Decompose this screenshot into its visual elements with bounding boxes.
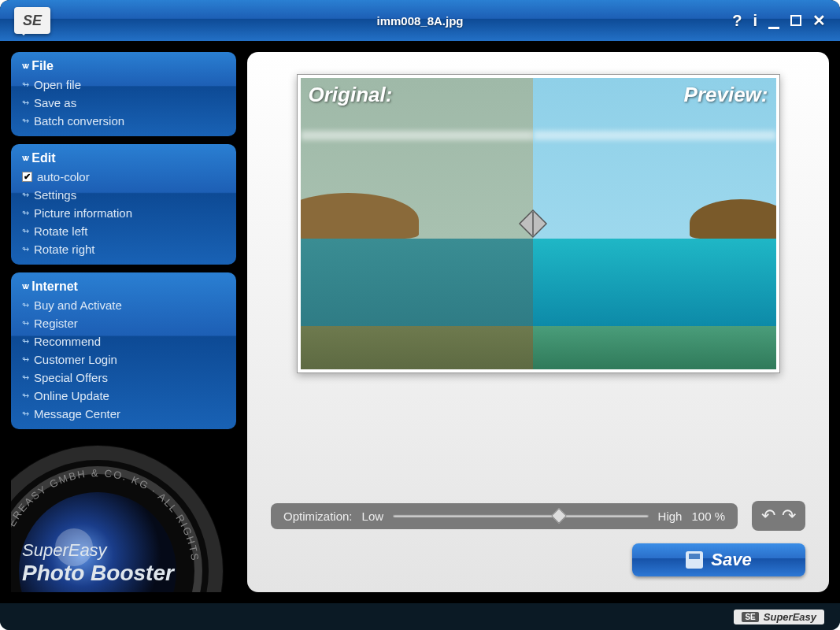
optimization-label: Optimization:: [283, 510, 353, 523]
optimization-slider[interactable]: [393, 514, 649, 517]
bullet-icon: ↬: [22, 336, 29, 346]
chevron-down-icon: vv: [22, 61, 27, 70]
menu-special-offers[interactable]: ↬Special Offers: [11, 369, 236, 387]
checkbox-checked-icon[interactable]: ✔: [22, 172, 32, 182]
chevron-down-icon: vv: [22, 153, 27, 162]
info-icon[interactable]: i: [753, 12, 757, 30]
menu-customer-login[interactable]: ↬Customer Login: [11, 350, 236, 369]
original-image: [301, 78, 534, 369]
close-icon[interactable]: ✕: [812, 11, 826, 30]
menu-recommend[interactable]: ↬Recommend: [11, 332, 236, 350]
bullet-icon: ↬: [22, 226, 29, 236]
help-icon[interactable]: ?: [732, 12, 742, 30]
menu-batch-conversion[interactable]: ↬Batch conversion: [11, 112, 236, 130]
menu-rotate-right[interactable]: ↬Rotate right: [11, 240, 236, 258]
save-button[interactable]: Save: [632, 543, 805, 576]
redo-icon[interactable]: ↷: [782, 506, 796, 526]
optimization-value: 100 %: [691, 510, 725, 523]
brand-mini-icon: SE: [742, 612, 758, 622]
panel-header-label: Edit: [31, 151, 55, 165]
bullet-icon: ↬: [22, 98, 29, 108]
bullet-icon: ↬: [22, 244, 29, 254]
preview-frame: Original: Preview:: [297, 74, 780, 373]
save-disk-icon: [686, 551, 703, 569]
sidebar-branding-area: © SUPEREASY GMBH & CO. KG · ALL RIGHTS R…: [11, 437, 236, 592]
original-label: Original:: [309, 83, 393, 107]
split-slider-handle[interactable]: [516, 207, 550, 240]
minimize-icon[interactable]: [768, 12, 779, 30]
image-comparison: Original: Preview:: [301, 78, 776, 369]
undo-redo-group: ↶ ↷: [752, 501, 805, 531]
bullet-icon: ↬: [22, 409, 29, 419]
panel-edit: vv Edit ✔ auto-color ↬Settings ↬Picture …: [11, 144, 236, 265]
bullet-icon: ↬: [22, 318, 29, 328]
preview-label: Preview:: [684, 83, 768, 107]
app-logo-badge[interactable]: SE: [14, 7, 50, 34]
menu-save-as[interactable]: ↬Save as: [11, 94, 236, 112]
panel-header-internet[interactable]: vv Internet: [11, 277, 236, 296]
menu-buy-activate[interactable]: ↬Buy and Activate: [11, 296, 236, 314]
chevron-down-icon: vv: [22, 281, 27, 291]
optimization-bar: Optimization: Low High 100 %: [271, 503, 738, 529]
menu-register[interactable]: ↬Register: [11, 314, 236, 332]
brand-badge[interactable]: SE SuperEasy: [734, 610, 824, 624]
panel-header-label: Internet: [31, 280, 78, 294]
menu-rotate-left[interactable]: ↬Rotate left: [11, 222, 236, 240]
preview-image: [533, 78, 775, 369]
bullet-icon: ↬: [22, 354, 29, 365]
save-button-label: Save: [711, 550, 751, 570]
bullet-icon: ↬: [22, 300, 29, 310]
bullet-icon: ↬: [22, 80, 29, 90]
menu-auto-color[interactable]: ✔ auto-color: [11, 168, 236, 186]
panel-internet: vv Internet ↬Buy and Activate ↬Register …: [11, 272, 236, 429]
bullet-icon: ↬: [22, 190, 29, 200]
optimization-low-label: Low: [362, 510, 384, 523]
panel-file: vv File ↬Open file ↬Save as ↬Batch conve…: [11, 52, 236, 136]
window-title: imm008_8A.jpg: [376, 14, 463, 28]
menu-picture-information[interactable]: ↬Picture information: [11, 204, 236, 222]
footer: SE SuperEasy: [0, 603, 840, 630]
undo-icon[interactable]: ↶: [761, 506, 775, 526]
main-content: Original: Preview: Optimization:: [247, 52, 829, 592]
product-name: SuperEasy Photo Booster: [11, 540, 236, 592]
menu-open-file[interactable]: ↬Open file: [11, 76, 236, 94]
bullet-icon: ↬: [22, 391, 29, 401]
panel-header-edit[interactable]: vv Edit: [11, 149, 236, 168]
bullet-icon: ↬: [22, 116, 29, 126]
bullet-icon: ↬: [22, 372, 29, 383]
slider-thumb-icon[interactable]: [551, 508, 567, 524]
bullet-icon: ↬: [22, 208, 29, 218]
menu-settings[interactable]: ↬Settings: [11, 186, 236, 204]
menu-message-center[interactable]: ↬Message Center: [11, 405, 236, 423]
menu-online-update[interactable]: ↬Online Update: [11, 387, 236, 405]
brand-label: SuperEasy: [764, 611, 816, 623]
sidebar: vv File ↬Open file ↬Save as ↬Batch conve…: [11, 52, 236, 592]
panel-header-file[interactable]: vv File: [11, 57, 236, 76]
panel-header-label: File: [31, 59, 54, 73]
maximize-icon[interactable]: [790, 12, 801, 30]
title-bar: SE imm008_8A.jpg ? i ✕: [0, 0, 840, 41]
optimization-high-label: High: [658, 510, 683, 523]
